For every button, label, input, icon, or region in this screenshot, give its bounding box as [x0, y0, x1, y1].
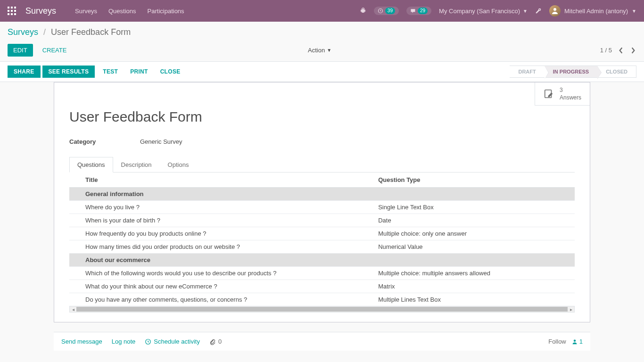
section-row: About our ecommerce	[69, 254, 575, 267]
breadcrumb-root[interactable]: Surveys	[8, 27, 38, 37]
send-message-link[interactable]: Send message	[61, 338, 102, 345]
svg-point-2	[553, 8, 556, 11]
user-name: Mitchell Admin (antony)	[564, 8, 628, 15]
chatter-right: Follow 1	[548, 338, 583, 345]
breadcrumb: Surveys / User Feedback Form	[8, 27, 636, 37]
print-button[interactable]: PRINT	[124, 66, 154, 78]
pencil-icon	[544, 89, 554, 99]
app-title[interactable]: Surveys	[25, 6, 56, 16]
row-title: Do you have any other comments, question…	[69, 293, 372, 306]
row-type: Matrix	[372, 280, 575, 293]
log-note-link[interactable]: Log note	[112, 338, 136, 345]
follower-num: 1	[579, 338, 583, 345]
row-title: How frequently do you buy products onlin…	[69, 227, 372, 240]
follower-count[interactable]: 1	[572, 338, 583, 345]
breadcrumb-area: Surveys / User Feedback Form	[0, 22, 644, 41]
clock-icon	[145, 338, 151, 345]
activities-indicator[interactable]: 39	[374, 7, 399, 15]
close-button[interactable]: CLOSE	[154, 66, 187, 78]
nav-questions[interactable]: Questions	[108, 8, 136, 15]
topbar-right: 39 29 My Company (San Francisco) ▼ Mitch…	[360, 5, 636, 16]
section-row: General information	[69, 188, 575, 201]
scroll-track[interactable]	[76, 307, 568, 312]
stat-label: Answers	[560, 94, 581, 101]
pager: 1 / 5	[600, 47, 636, 54]
person-icon	[572, 339, 578, 345]
question-row[interactable]: Do you have any other comments, question…	[69, 293, 575, 306]
form-sheet: 3 Answers User Feedback Form Category Ge…	[54, 82, 590, 322]
row-title: How many times did you order products on…	[69, 240, 372, 254]
company-selector[interactable]: My Company (San Francisco) ▼	[439, 8, 528, 15]
avatar	[549, 5, 561, 16]
pager-prev-icon[interactable]	[618, 47, 624, 54]
apps-icon[interactable]	[8, 7, 16, 15]
activities-count: 39	[385, 8, 395, 14]
action-menu[interactable]: Action ▼	[308, 47, 331, 54]
stage-draft[interactable]: DRAFT	[510, 66, 544, 78]
bug-icon[interactable]	[360, 8, 366, 14]
schedule-label: Schedule activity	[154, 338, 200, 345]
user-menu[interactable]: Mitchell Admin (antony) ▼	[549, 5, 636, 16]
question-row[interactable]: Which of the following words would you u…	[69, 267, 575, 280]
create-button[interactable]: CREATE	[37, 44, 73, 57]
wrench-icon[interactable]	[535, 8, 542, 14]
stat-text: 3 Answers	[560, 86, 581, 101]
question-row[interactable]: How many times did you order products on…	[69, 240, 575, 254]
attachments-indicator[interactable]: 0	[209, 338, 222, 345]
see-results-button[interactable]: SEE RESULTS	[42, 66, 95, 78]
stage-in-progress[interactable]: IN PROGRESS	[545, 66, 597, 78]
main-nav: Surveys Questions Participations	[75, 8, 184, 15]
form-wrap: 3 Answers User Feedback Form Category Ge…	[0, 82, 644, 332]
answers-stat-button[interactable]: 3 Answers	[535, 82, 590, 106]
stat-count: 3	[560, 86, 581, 94]
row-type: Multiple Lines Text Box	[372, 293, 575, 306]
schedule-activity-link[interactable]: Schedule activity	[145, 338, 200, 345]
form-body: User Feedback Form Category Generic Surv…	[54, 82, 590, 322]
messages-indicator[interactable]: 29	[406, 7, 431, 15]
test-button[interactable]: TEST	[97, 66, 124, 78]
status-row: SHARE SEE RESULTS TEST PRINT CLOSE DRAFT…	[0, 61, 644, 82]
row-type: Multiple choice: multiple answers allowe…	[372, 267, 575, 280]
row-title: Which of the following words would you u…	[69, 267, 372, 280]
nav-surveys[interactable]: Surveys	[75, 8, 97, 15]
scroll-right-icon[interactable]: ▸	[568, 307, 574, 312]
question-row[interactable]: What do your think about our new eCommer…	[69, 280, 575, 293]
top-navbar: Surveys Surveys Questions Participations…	[0, 0, 644, 22]
chevron-down-icon: ▼	[632, 8, 636, 14]
control-bar: EDIT CREATE Action ▼ 1 / 5	[0, 41, 644, 61]
breadcrumb-sep: /	[43, 27, 46, 37]
nav-participations[interactable]: Participations	[148, 8, 184, 15]
row-title: When is your date of birth ?	[69, 214, 372, 227]
row-title: Where do you live ?	[69, 201, 372, 214]
status-stages: DRAFT IN PROGRESS CLOSED	[510, 66, 636, 78]
question-row[interactable]: Where do you live ?Single Line Text Box	[69, 201, 575, 214]
row-type: Date	[372, 214, 575, 227]
col-type[interactable]: Question Type	[372, 173, 575, 188]
scroll-left-icon[interactable]: ◂	[70, 307, 76, 312]
category-label: Category	[69, 138, 140, 145]
chevron-down-icon: ▼	[327, 48, 331, 53]
action-label: Action	[308, 47, 325, 54]
question-row[interactable]: How frequently do you buy products onlin…	[69, 227, 575, 240]
row-title: What do your think about our new eCommer…	[69, 280, 372, 293]
row-type: Multiple choice: only one answer	[372, 227, 575, 240]
follow-button[interactable]: Follow	[548, 338, 566, 345]
questions-table: Title Question Type General informationW…	[69, 173, 575, 306]
pager-value[interactable]: 1 / 5	[600, 47, 612, 54]
row-title: General information	[69, 188, 575, 201]
row-title: About our ecommerce	[69, 254, 575, 267]
pager-next-icon[interactable]	[630, 47, 636, 54]
svg-point-5	[574, 339, 576, 342]
row-type: Numerical Value	[372, 240, 575, 254]
stage-closed[interactable]: CLOSED	[597, 66, 636, 78]
tab-description[interactable]: Description	[113, 157, 160, 173]
col-title[interactable]: Title	[69, 173, 372, 188]
tab-questions[interactable]: Questions	[69, 157, 113, 173]
category-value: Generic Survey	[140, 138, 182, 145]
edit-button[interactable]: EDIT	[8, 44, 33, 57]
horizontal-scrollbar[interactable]: ◂ ▸	[69, 306, 575, 313]
record-title: User Feedback Form	[69, 109, 575, 125]
tab-options[interactable]: Options	[160, 157, 197, 173]
share-button[interactable]: SHARE	[8, 66, 41, 78]
question-row[interactable]: When is your date of birth ?Date	[69, 214, 575, 227]
